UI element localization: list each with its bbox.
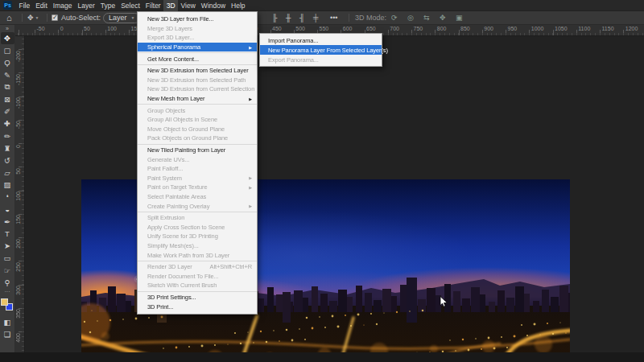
auto-select-option[interactable]: Auto-Select: — [52, 11, 101, 24]
menu-item-new-tiled-painting-from-layer[interactable]: New Tiled Painting from Layer — [138, 146, 257, 155]
menubar-item-window[interactable]: Window — [198, 0, 228, 11]
photoshop-window: -500501001502002503003504004505005506006… — [0, 0, 644, 362]
menu-item-spherical-panorama[interactable]: Spherical Panorama▶ — [138, 43, 257, 52]
menu-item-split-extrusion[interactable]: Split Extrusion — [138, 213, 257, 223]
path-selection-tool[interactable]: ➤ — [1, 240, 14, 252]
menu-item-group-all-objects-in-scene[interactable]: Group All Objects in Scene — [138, 115, 257, 125]
menubar-item-image[interactable]: Image — [50, 0, 75, 11]
clone-stamp-tool[interactable]: ♜ — [1, 142, 14, 154]
menu-item-shortcut: Alt+Shift+Ctrl+R — [204, 263, 252, 270]
move-tool-icon: ✥ — [27, 14, 34, 22]
menu-item-paint-system[interactable]: Paint System▶ — [138, 174, 257, 183]
menu-item-get-more-content[interactable]: Get More Content... — [138, 54, 257, 64]
menu-item-paint-falloff[interactable]: Paint Falloff... — [138, 164, 257, 174]
quick-mask-mode-button[interactable]: ◧ — [1, 316, 14, 328]
vertical-ruler[interactable]: -200-150-100-50050100150200250300350400 — [15, 36, 25, 362]
menubar-item-layer[interactable]: Layer — [75, 0, 97, 11]
healing-brush-tool[interactable]: ✚ — [1, 117, 14, 130]
menubar-item-view[interactable]: View — [178, 0, 198, 11]
menu-group: Group ObjectsGroup All Objects in SceneM… — [138, 105, 257, 144]
menubar-item-edit[interactable]: Edit — [33, 0, 51, 11]
submenu-item-export-panorama[interactable]: Export Panorama... — [260, 55, 382, 64]
edit-toolbar-icon[interactable]: ··· — [5, 289, 10, 296]
menu-item-new-3d-extrusion-from-current-selection[interactable]: New 3D Extrusion from Current Selection — [138, 84, 257, 94]
menu-item-merge-3d-layers[interactable]: Merge 3D Layers — [138, 24, 257, 34]
brush-tool[interactable]: ✏ — [1, 130, 14, 142]
auto-select-checkbox[interactable] — [52, 14, 58, 21]
submenu-item-import-panorama[interactable]: Import Panorama... — [260, 35, 382, 45]
menu-item-simplify-mesh-es[interactable]: Simplify Mesh(es)... — [138, 241, 257, 251]
home-icon[interactable]: ⌂ — [6, 11, 12, 24]
eyedropper-tool[interactable]: ✐ — [1, 105, 14, 117]
submenu-arrow-icon: ▶ — [249, 204, 252, 208]
menu-item-render-document-to-file[interactable]: Render Document To File... — [138, 271, 257, 281]
menu-item-new-3d-layer-from-file[interactable]: New 3D Layer from File... — [138, 14, 257, 24]
menu-item-pack-objects-on-ground-plane[interactable]: Pack Objects on Ground Plane — [138, 134, 257, 143]
menu-item-label: New Panorama Layer From Selected Layer(s… — [268, 47, 388, 54]
tool-preset-move[interactable]: ✥▼ — [27, 11, 39, 24]
menu-item-3d-print-settings[interactable]: 3D Print Settings... — [138, 293, 257, 302]
foreground-color-swatch[interactable] — [1, 298, 8, 306]
auto-select-label: Auto-Select: — [61, 14, 101, 22]
tools-panel: » ✥▢Ϙ✎⧉⊠✐✚✏♜↺▱▨❛◒✒T➤▭☞⚲ ··· ◧ ❏ — [0, 25, 15, 352]
menu-item-3d-print[interactable]: 3D Print... — [138, 302, 257, 311]
canvas-area[interactable] — [25, 36, 644, 362]
menu-item-paint-on-target-texture[interactable]: Paint on Target Texture▶ — [138, 183, 257, 192]
crop-tool[interactable]: ⧉ — [1, 81, 14, 93]
auto-select-target-value: Layer — [109, 14, 127, 23]
menu-item-move-object-to-ground-plane[interactable]: Move Object to Ground Plane — [138, 125, 257, 134]
menu-item-select-paintable-areas[interactable]: Select Paintable Areas — [138, 192, 257, 202]
color-swatches[interactable] — [1, 298, 14, 316]
menubar-item-select[interactable]: Select — [118, 0, 143, 11]
distribute-spacing-icon[interactable]: ╪ — [313, 11, 325, 24]
blur-tool[interactable]: ❛ — [1, 191, 14, 203]
menubar-item-filter[interactable]: Filter — [142, 0, 163, 11]
ruler-label: 0 — [60, 26, 64, 31]
history-brush-tool[interactable]: ↺ — [1, 154, 14, 167]
ruler-label: 300 — [15, 286, 21, 295]
menu-item-apply-cross-section-to-scene[interactable]: Apply Cross Section to Scene — [138, 222, 257, 232]
ruler-label: 1050 — [555, 26, 568, 31]
marquee-tool[interactable]: ▢ — [1, 44, 14, 56]
menubar-item-file[interactable]: File — [16, 0, 33, 11]
menu-item-label: Select Paintable Areas — [147, 193, 206, 200]
auto-select-target-dropdown[interactable]: Layer▼ — [103, 11, 140, 24]
chevron-down-icon: ▼ — [131, 14, 135, 23]
menubar-item-3d[interactable]: 3D — [163, 0, 178, 11]
gradient-tool[interactable]: ▨ — [1, 179, 14, 191]
menu-item-export-3d-layer[interactable]: Export 3D Layer... — [138, 33, 257, 43]
dodge-tool[interactable]: ◒ — [1, 204, 14, 216]
move-tool[interactable]: ✥ — [1, 32, 14, 44]
menu-item-group-objects[interactable]: Group Objects — [138, 105, 257, 115]
menu-item-label: Get More Content... — [147, 56, 199, 63]
frame-tool[interactable]: ⊠ — [1, 93, 14, 105]
menu-item-new-mesh-from-layer[interactable]: New Mesh from Layer▶ — [138, 94, 257, 104]
menu-item-label: Paint on Target Texture — [147, 183, 208, 191]
align-left-edges-icon[interactable]: ╟ — [272, 11, 284, 24]
shape-tool[interactable]: ▭ — [1, 252, 14, 264]
zoom-tool[interactable]: ⚲ — [1, 277, 14, 289]
eraser-tool[interactable]: ▱ — [1, 167, 14, 179]
menu-item-create-painting-overlay[interactable]: Create Painting Overlay▶ — [138, 201, 257, 211]
menu-item-sketch-with-current-brush[interactable]: Sketch With Current Brush — [138, 281, 257, 290]
pen-tool[interactable]: ✒ — [1, 216, 14, 228]
quick-selection-tool[interactable]: ✎ — [1, 69, 14, 81]
menu-item-new-3d-extrusion-from-selected-path[interactable]: New 3D Extrusion from Selected Path — [138, 76, 257, 85]
lasso-tool[interactable]: Ϙ — [1, 56, 14, 68]
align-right-edges-icon[interactable]: ╢ — [299, 11, 312, 24]
align-horizontal-centers-icon[interactable]: ╫ — [286, 11, 298, 24]
more-options-button[interactable]: ••• — [330, 11, 337, 24]
submenu-arrow-icon: ▶ — [249, 97, 252, 101]
menu-item-make-work-path-from-3d-layer[interactable]: Make Work Path from 3D Layer — [138, 250, 257, 260]
screen-mode-button[interactable]: ❏ — [1, 328, 14, 340]
menu-item-generate-uvs[interactable]: Generate UVs... — [138, 154, 257, 164]
menu-item-new-3d-extrusion-from-selected-layer[interactable]: New 3D Extrusion from Selected Layer — [138, 66, 257, 76]
menu-item-render-3d-layer[interactable]: Render 3D LayerAlt+Shift+Ctrl+R — [138, 262, 257, 272]
menubar-item-type[interactable]: Type — [97, 0, 118, 11]
submenu-item-new-panorama-layer-from-selected-layer-s[interactable]: New Panorama Layer From Selected Layer(s… — [260, 45, 382, 55]
menubar-item-help[interactable]: Help — [229, 0, 248, 11]
menu-item-unify-scene-for-3d-printing[interactable]: Unify Scene for 3D Printing — [138, 232, 257, 241]
toolbar-collapse-icon[interactable]: » — [6, 25, 9, 32]
hand-tool[interactable]: ☞ — [1, 265, 14, 277]
type-tool[interactable]: T — [1, 228, 14, 240]
